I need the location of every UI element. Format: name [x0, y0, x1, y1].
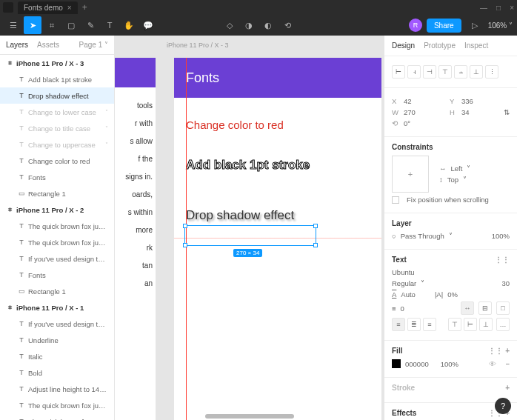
- text-align-center-icon[interactable]: ≣: [407, 318, 421, 331]
- layer-item[interactable]: TItalic: [0, 348, 114, 364]
- fill-swatch[interactable]: [392, 359, 401, 368]
- text-more-icon[interactable]: …: [496, 318, 510, 331]
- layer-item[interactable]: ▭Rectangle 1: [0, 283, 114, 299]
- blend-mode[interactable]: Pass Through: [401, 232, 444, 240]
- text-style-icon[interactable]: ⋮⋮: [495, 256, 510, 264]
- layer-frame[interactable]: ⌗iPhone 11 Pro / X - 3: [0, 55, 114, 71]
- pen-tool-icon[interactable]: ✎: [81, 16, 99, 34]
- align-right-icon[interactable]: ⊣: [423, 65, 436, 79]
- layer-item[interactable]: TChange to uppercase˅: [0, 136, 114, 153]
- layer-item[interactable]: TThe quick brown fox jumped....: [0, 234, 114, 250]
- align-middle-icon[interactable]: ⫠: [454, 65, 467, 79]
- auto-width-icon[interactable]: ↔: [461, 301, 474, 315]
- layer-item[interactable]: TChange to title case˅: [0, 120, 114, 136]
- close-window-icon[interactable]: ×: [510, 4, 514, 12]
- constraint-h[interactable]: Left: [451, 164, 463, 173]
- assets-tab[interactable]: Assets: [37, 41, 59, 49]
- layer-frame[interactable]: ⌗iPhone 11 Pro / X - 2: [0, 201, 114, 218]
- text-align-top-icon[interactable]: ⊤: [448, 318, 461, 331]
- rotation-input[interactable]: 0°: [404, 119, 430, 127]
- layer-item[interactable]: TThe quick brown fox...: [0, 413, 114, 420]
- layer-item[interactable]: TFonts: [0, 267, 114, 283]
- add-stroke-icon[interactable]: +: [505, 384, 510, 392]
- fixed-size-icon[interactable]: □: [496, 301, 510, 315]
- hand-tool-icon[interactable]: ✋: [120, 16, 138, 34]
- align-top-icon[interactable]: ⊤: [438, 65, 452, 79]
- move-tool-icon[interactable]: ➤: [24, 16, 41, 34]
- text-align-left-icon[interactable]: ≡: [392, 318, 405, 331]
- distribute-icon[interactable]: ⋮: [485, 65, 498, 79]
- close-tab-icon[interactable]: ×: [67, 4, 72, 12]
- layers-tab[interactable]: Layers: [6, 41, 28, 49]
- w-input[interactable]: 270: [404, 108, 430, 116]
- fix-position-checkbox[interactable]: [392, 196, 399, 204]
- paragraph-spacing[interactable]: 0: [401, 304, 404, 313]
- layer-item[interactable]: TUnderline: [0, 332, 114, 348]
- remove-fill-icon[interactable]: −: [505, 360, 510, 368]
- font-weight[interactable]: Regular: [392, 279, 416, 287]
- inspect-tab[interactable]: Inspect: [464, 41, 488, 50]
- text-align-right-icon[interactable]: ≡: [423, 318, 436, 331]
- text-align-bottom-icon[interactable]: ⊥: [479, 318, 493, 331]
- auto-height-icon[interactable]: ⊟: [478, 301, 492, 315]
- text-stroke[interactable]: Add black 1pt stroke: [174, 152, 381, 179]
- layer-item[interactable]: TIf you've used design tools be...: [0, 316, 114, 332]
- layer-item[interactable]: TChange color to red: [0, 153, 114, 169]
- minimize-icon[interactable]: —: [480, 4, 487, 12]
- design-tab[interactable]: Design: [392, 41, 415, 50]
- text-tool-icon[interactable]: T: [101, 16, 119, 34]
- avatar[interactable]: R: [409, 19, 422, 32]
- layer-item[interactable]: TAdd black 1pt stroke: [0, 71, 114, 87]
- y-input[interactable]: 336: [461, 97, 488, 105]
- frame-tool-icon[interactable]: ⌗: [43, 16, 61, 34]
- component-icon[interactable]: ◇: [221, 16, 239, 34]
- file-tab[interactable]: Fonts demo ×: [18, 1, 78, 14]
- artboard-main[interactable]: Fonts Change color to red Add black 1pt …: [174, 58, 381, 420]
- add-fill-icon[interactable]: +: [505, 347, 510, 355]
- constraint-widget[interactable]: +: [392, 156, 429, 193]
- layer-item[interactable]: TFonts: [0, 169, 114, 185]
- share-button[interactable]: Share: [427, 19, 461, 33]
- page-selector[interactable]: Page 1 ˅: [79, 41, 108, 49]
- layer-item[interactable]: TBold: [0, 364, 114, 381]
- menu-icon[interactable]: ☰: [4, 16, 22, 34]
- artboard-partial[interactable]: toolsr withs allowf thesigns in.oards,s …: [115, 58, 156, 420]
- text-align-middle-icon[interactable]: ⊢: [464, 318, 477, 331]
- canvas[interactable]: iPhone 11 Pro / X - 3 toolsr withs allow…: [115, 36, 384, 420]
- layer-item[interactable]: TThe quick brown fox jumped....: [0, 397, 114, 413]
- comment-tool-icon[interactable]: 💬: [139, 16, 157, 34]
- figma-logo-icon[interactable]: [3, 2, 13, 13]
- rectangle-tool-icon[interactable]: ▢: [62, 16, 80, 34]
- constraint-v[interactable]: Top: [447, 176, 458, 184]
- layer-opacity[interactable]: 100%: [492, 232, 510, 240]
- letter-spacing[interactable]: 0%: [447, 290, 458, 299]
- breadcrumb[interactable]: iPhone 11 Pro / X - 3: [167, 41, 229, 49]
- align-left-icon[interactable]: ⊢: [392, 65, 405, 79]
- layer-item[interactable]: ▭Rectangle 1: [0, 185, 114, 201]
- link-icon[interactable]: ⟲: [278, 16, 296, 34]
- maximize-icon[interactable]: □: [496, 4, 501, 12]
- add-tab-icon[interactable]: +: [82, 2, 87, 13]
- help-button[interactable]: ?: [495, 398, 511, 414]
- lock-ratio-icon[interactable]: ⇅: [504, 108, 510, 116]
- present-icon[interactable]: ▷: [466, 16, 484, 34]
- layer-frame[interactable]: ⌗iPhone 11 Pro / X - 1: [0, 299, 114, 316]
- fill-visibility-icon[interactable]: 👁: [489, 360, 496, 368]
- text-shadow-selected[interactable]: Drop shadow effect: [174, 202, 381, 229]
- text-red[interactable]: Change color to red: [174, 113, 381, 137]
- layer-item[interactable]: TThe quick brown fox jumped....: [0, 218, 114, 234]
- layer-item[interactable]: TIf you've used design tools be...: [0, 250, 114, 267]
- mask-icon[interactable]: ◑: [240, 16, 258, 34]
- layer-item[interactable]: TAdjust line height to 140% an...: [0, 381, 114, 397]
- fill-opacity[interactable]: 100%: [441, 360, 458, 368]
- align-center-h-icon[interactable]: ⫞: [407, 65, 421, 79]
- prototype-tab[interactable]: Prototype: [424, 41, 456, 50]
- layer-item[interactable]: TDrop shadow effect: [0, 87, 114, 104]
- layer-item[interactable]: TChange to lower case˅: [0, 104, 114, 120]
- x-input[interactable]: 42: [404, 97, 430, 105]
- font-size[interactable]: 30: [501, 279, 510, 287]
- zoom-level[interactable]: 106% ˅: [488, 21, 513, 30]
- boolean-icon[interactable]: ◐: [259, 16, 277, 34]
- h-input[interactable]: 34: [461, 108, 488, 116]
- font-family[interactable]: Ubuntu: [392, 268, 415, 276]
